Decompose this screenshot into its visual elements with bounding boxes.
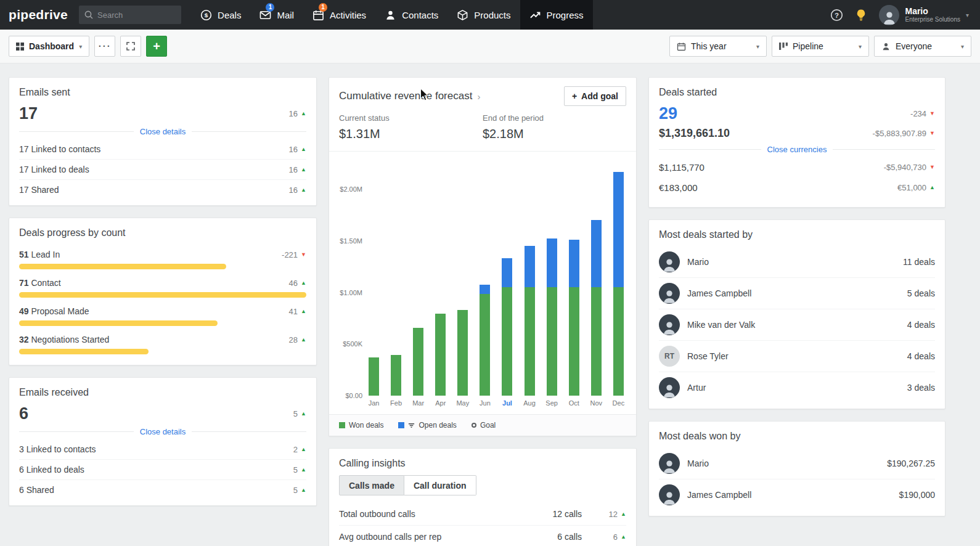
currency-row: €183,000€51,000▲ (659, 177, 935, 198)
more-options-button[interactable]: ··· (94, 36, 115, 57)
delta-indicator: 16▲ (289, 165, 306, 174)
nav-item-label: Mail (277, 10, 294, 20)
nav-item-products[interactable]: Products (447, 0, 520, 30)
close-details-toggle[interactable]: Close details (19, 127, 306, 136)
deals-progress-rows: 51 Lead In-221▼ 71 Contact46▲ 49 Proposa… (19, 250, 306, 354)
suggestions-bulb-icon[interactable] (855, 9, 867, 22)
progress-icon (529, 9, 541, 21)
owner-filter[interactable]: Everyone ▾ (874, 36, 971, 57)
metric-label: Avg outbound calls per rep (339, 532, 539, 542)
down-arrow-icon: ▼ (929, 131, 935, 136)
search-input[interactable] (97, 10, 176, 20)
pipedrive-logo[interactable]: pipedrive (0, 7, 79, 22)
open-deals-segment (591, 220, 602, 287)
emails-received-value: 6 (19, 404, 28, 423)
open-deals-swatch (398, 422, 404, 428)
close-details-label[interactable]: Close details (134, 427, 192, 436)
calendar-icon (677, 42, 686, 51)
delta-indicator: 5▲ (293, 409, 306, 418)
close-details-toggle[interactable]: Close details (19, 427, 306, 436)
up-arrow-icon: ▲ (621, 511, 626, 517)
chevron-right-icon[interactable]: › (477, 91, 480, 102)
chart-bar-aug[interactable]: Aug (525, 169, 535, 396)
nav-item-contacts[interactable]: Contacts (375, 0, 447, 30)
chart-bar-oct[interactable]: Oct (569, 169, 579, 396)
dashboard-selector-label: Dashboard (29, 41, 74, 51)
open-deals-segment (480, 285, 490, 294)
close-currencies-toggle[interactable]: Close currencies (659, 145, 935, 154)
nav-item-label: Progress (547, 10, 584, 20)
user-company: Enterprise Solutions (905, 16, 960, 23)
nav-item-progress[interactable]: Progress (520, 0, 593, 30)
right-column: Deals started 29 -234▼ $1,319,661.10 -$5… (648, 77, 945, 546)
chart-bar-dec[interactable]: Dec (613, 169, 624, 396)
pipeline-stage-row: 49 Proposal Made41▲ (19, 306, 306, 326)
currency-value: $1,115,770 (659, 162, 704, 173)
x-axis-label: Jan (369, 399, 380, 407)
stage-progress-bar (19, 264, 226, 269)
fullscreen-icon (126, 42, 135, 51)
legend-label: Goal (480, 421, 496, 430)
close-details-label[interactable]: Close details (134, 127, 192, 136)
most-deals-started-rows: Mario11 dealsJames Campbell5 dealsMike v… (659, 247, 935, 399)
person-name: Mario (687, 257, 896, 267)
period-filter[interactable]: This year ▾ (669, 36, 767, 57)
chart-bar-jan[interactable]: Jan (369, 169, 379, 396)
stat-row: 17 Shared16▲ (19, 180, 306, 196)
x-axis-label: Mar (412, 399, 424, 407)
y-axis-label: $1.50M (340, 237, 362, 245)
user-menu[interactable]: Mario Enterprise Solutions ▾ (879, 5, 969, 25)
x-axis-label: Sep (545, 399, 558, 407)
tab-call-duration[interactable]: Call duration (404, 475, 476, 495)
won-deals-segment (369, 357, 379, 396)
divider-line (192, 131, 306, 132)
deals-progress-card: Deals progress by count 51 Lead In-221▼ … (9, 218, 317, 365)
chart-bar-apr[interactable]: Apr (435, 169, 446, 396)
fullscreen-button[interactable] (120, 36, 141, 57)
metric-value: 6 calls (539, 532, 582, 542)
chart-bar-jun[interactable]: Jun (480, 169, 490, 396)
open-deals-segment (569, 240, 579, 287)
calling-tabs: Calls madeCall duration (339, 475, 626, 495)
person-icon (881, 42, 891, 51)
search-box[interactable] (79, 6, 181, 24)
dashboard-selector[interactable]: Dashboard ▾ (9, 36, 89, 57)
nav-item-activities[interactable]: 1 Activities (303, 0, 375, 30)
card-title: Deals progress by count (19, 227, 306, 238)
add-goal-button[interactable]: + Add goal (564, 86, 626, 106)
nav-item-mail[interactable]: 1 Mail (250, 0, 303, 30)
won-deals-segment (502, 287, 512, 396)
chart-bar-feb[interactable]: Feb (391, 169, 401, 396)
forecast-chart: $0.00$500K$1.00M$1.50M$2.00M Jan Feb Mar… (369, 169, 624, 396)
nav-item-label: Contacts (402, 10, 438, 20)
chart-bar-may[interactable]: May (457, 169, 468, 396)
dashboard-content: Emails sent 17 16▲ Close details 17 Link… (0, 63, 980, 546)
stat-label: 17 Linked to deals (19, 165, 89, 174)
chart-bar-jul[interactable]: Jul (502, 169, 512, 396)
legend-label: Open deals (419, 421, 456, 430)
stat-label: 3 Linked to contacts (19, 444, 96, 454)
pipeline-filter[interactable]: Pipeline ▾ (772, 36, 869, 57)
chart-bar-mar[interactable]: Mar (413, 169, 423, 396)
down-arrow-icon: ▼ (929, 165, 935, 170)
up-arrow-icon: ▲ (621, 534, 626, 540)
nav-item-label: Deals (218, 10, 241, 20)
chart-bar-sep[interactable]: Sep (547, 169, 557, 396)
chart-y-axis: $0.00$500K$1.00M$1.50M$2.00M (329, 169, 362, 396)
tab-calls-made[interactable]: Calls made (339, 475, 404, 495)
grid-icon (16, 43, 24, 51)
avatar (659, 314, 680, 335)
delta-indicator: 12▲ (600, 510, 626, 519)
goal-swatch (472, 423, 476, 428)
delta-indicator: 28▲ (289, 335, 306, 344)
nav-item-deals[interactable]: $ Deals (191, 0, 250, 30)
close-currencies-label[interactable]: Close currencies (761, 145, 833, 154)
won-deals-swatch (339, 422, 345, 428)
won-deals-segment (391, 355, 401, 396)
help-icon[interactable]: ? (830, 9, 843, 22)
chart-bar-nov[interactable]: Nov (591, 169, 602, 396)
add-report-button[interactable]: + (146, 36, 167, 57)
most-deals-started-card: Most deals started by Mario11 dealsJames… (648, 219, 945, 409)
open-deals-segment (613, 172, 624, 287)
card-title: Most deals won by (659, 431, 935, 442)
